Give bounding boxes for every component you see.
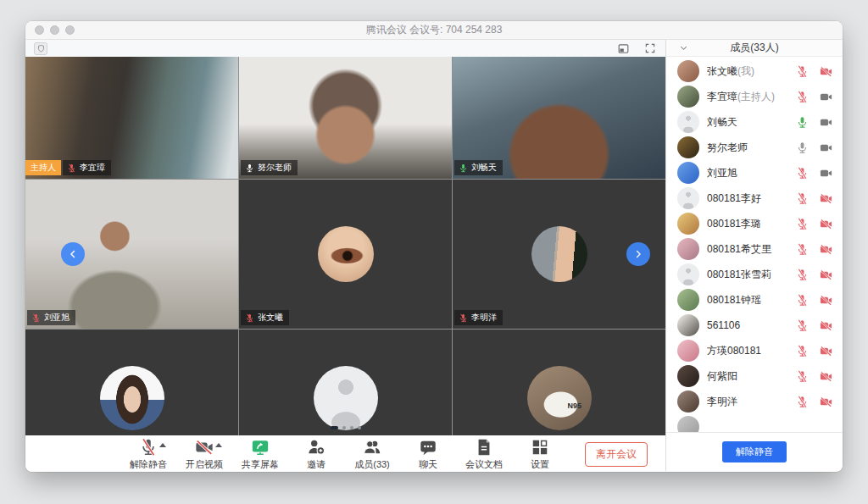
member-role-suffix: (我) <box>737 65 754 77</box>
toolbar-item-label: 设置 <box>531 458 549 471</box>
camera-off-icon <box>820 396 832 408</box>
video-tile[interactable] <box>239 330 452 435</box>
camera-off-icon <box>820 345 832 357</box>
member-row[interactable]: 何紫阳 <box>666 363 843 389</box>
camera-icon <box>820 141 832 154</box>
member-camera-toggle[interactable] <box>820 218 832 230</box>
mic-muted-icon <box>796 65 809 78</box>
tile-name-label: 刘亚旭 <box>27 310 75 325</box>
video-tile[interactable]: 刘畅天 <box>453 57 665 179</box>
member-row[interactable]: 080181李璐 <box>666 211 843 236</box>
member-controls <box>796 294 832 307</box>
prev-page-button[interactable] <box>61 242 85 266</box>
member-mic-toggle[interactable] <box>796 396 809 408</box>
member-name: 李宜璋(主持人) <box>707 90 775 104</box>
mic-muted-icon <box>796 269 809 281</box>
participant-avatar <box>314 366 378 430</box>
member-mic-toggle[interactable] <box>796 319 809 332</box>
member-mic-toggle[interactable] <box>796 167 809 180</box>
avatar-caption: N95 <box>568 402 582 410</box>
member-avatar <box>677 86 699 108</box>
member-mic-toggle[interactable] <box>796 243 809 256</box>
participant-name: 努尔老师 <box>258 162 292 174</box>
leave-meeting-button[interactable]: 离开会议 <box>585 442 648 467</box>
member-camera-toggle[interactable] <box>820 294 832 307</box>
toolbar-members-button[interactable]: 成员(33) <box>348 438 397 471</box>
caret-up-icon[interactable] <box>215 443 222 447</box>
video-tile[interactable]: 张文曦 <box>239 180 452 329</box>
members-sidebar: 成员(33人) 张文曦(我) 李宜璋(主持人) 刘畅天 <box>665 40 843 471</box>
video-tile[interactable]: 主持人 李宜璋 <box>25 57 238 179</box>
video-tile[interactable]: 刘亚旭 <box>25 180 238 329</box>
member-mic-toggle[interactable] <box>796 345 809 357</box>
member-row[interactable]: 方瑛080181 <box>666 338 843 363</box>
member-camera-toggle[interactable] <box>820 370 832 383</box>
tile-name-label: 刘畅天 <box>454 160 503 175</box>
member-camera-toggle[interactable] <box>820 65 832 78</box>
page-indicator <box>331 426 361 429</box>
unmute-button[interactable]: 解除静音 <box>722 441 787 462</box>
mic-active-icon <box>459 163 468 173</box>
member-camera-toggle[interactable] <box>820 319 832 332</box>
member-camera-toggle[interactable] <box>820 141 832 154</box>
member-camera-toggle[interactable] <box>820 91 832 103</box>
member-mic-toggle[interactable] <box>796 141 809 154</box>
member-row[interactable]: 李明洋 <box>666 389 843 414</box>
member-row[interactable]: 刘畅天 <box>666 109 843 135</box>
member-mic-toggle[interactable] <box>796 192 809 205</box>
member-row[interactable]: 080181钟瑶 <box>666 287 843 313</box>
member-mic-toggle[interactable] <box>796 294 809 307</box>
member-controls <box>796 91 832 103</box>
member-mic-toggle[interactable] <box>796 65 809 78</box>
member-mic-toggle[interactable] <box>796 370 809 383</box>
member-mic-toggle[interactable] <box>796 91 809 103</box>
toolbar-camera-off-button[interactable]: 开启视频 <box>180 438 229 471</box>
toolbar-invite-button[interactable]: 邀请 <box>292 438 341 471</box>
member-row[interactable]: 561106 <box>666 313 843 338</box>
toolbar-chat-button[interactable]: 聊天 <box>403 438 453 471</box>
member-row[interactable]: 李宜璋(主持人) <box>666 84 843 109</box>
member-mic-toggle[interactable] <box>796 269 809 281</box>
member-mic-toggle[interactable] <box>796 218 809 230</box>
video-tile[interactable]: N95 <box>453 330 665 435</box>
video-tile[interactable]: 李明洋 <box>453 180 665 329</box>
member-camera-toggle[interactable] <box>820 243 832 256</box>
member-camera-toggle[interactable] <box>820 192 832 205</box>
toolbar-document-button[interactable]: 会议文档 <box>459 438 509 471</box>
member-name: 561106 <box>707 319 740 331</box>
next-page-button[interactable] <box>626 242 650 266</box>
member-row[interactable]: 080181张雪莉 <box>666 262 843 287</box>
participant-name: 刘亚旭 <box>44 312 70 324</box>
video-tile[interactable] <box>25 330 238 435</box>
mic-muted-icon <box>459 313 468 323</box>
security-button[interactable] <box>34 42 47 55</box>
members-count-title: 成员(33人) <box>730 41 778 55</box>
member-camera-toggle[interactable] <box>820 116 832 129</box>
toolbar-settings-button[interactable]: 设置 <box>515 438 565 471</box>
tile-name-label: 努尔老师 <box>241 160 298 175</box>
participant-name: 张文曦 <box>258 312 283 324</box>
member-camera-toggle[interactable] <box>820 345 832 357</box>
member-row[interactable]: 努尔老师 <box>666 135 843 160</box>
caret-up-icon[interactable] <box>159 443 166 447</box>
layout-view-button[interactable] <box>616 42 630 55</box>
toolbar-share-screen-button[interactable]: 共享屏幕 <box>236 438 285 471</box>
member-row[interactable]: 080181希艾里 <box>666 236 843 262</box>
collapse-panel-button[interactable] <box>676 42 690 55</box>
toolbar-mic-muted-button[interactable]: 解除静音 <box>124 438 173 471</box>
member-row[interactable]: 080181李好 <box>666 186 843 211</box>
member-row[interactable]: 张文曦(我) <box>666 58 843 84</box>
member-camera-toggle[interactable] <box>820 396 832 408</box>
traffic-lights <box>35 25 75 35</box>
member-row[interactable] <box>666 414 843 432</box>
member-camera-toggle[interactable] <box>820 269 832 281</box>
video-tile[interactable]: 努尔老师 <box>239 57 452 179</box>
zoom-button[interactable] <box>65 25 75 35</box>
member-mic-toggle[interactable] <box>796 116 809 129</box>
minimize-button[interactable] <box>50 25 59 35</box>
close-button[interactable] <box>35 25 44 35</box>
member-controls <box>796 396 832 408</box>
fullscreen-button[interactable] <box>643 42 657 55</box>
member-camera-toggle[interactable] <box>820 167 832 180</box>
member-row[interactable]: 刘亚旭 <box>666 160 843 186</box>
